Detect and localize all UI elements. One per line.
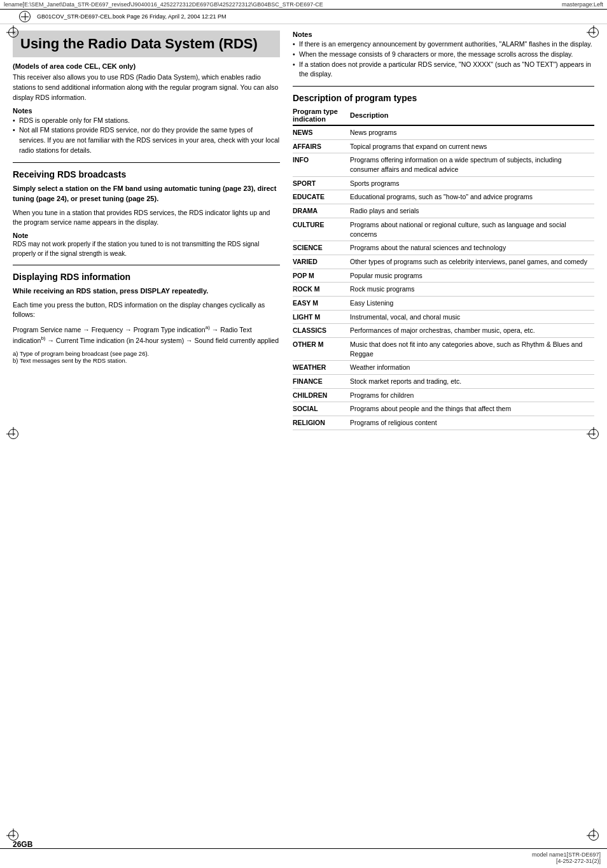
footnote-b: b) Text messages sent by the RDS station…	[13, 357, 280, 364]
table-row: LIGHT MInstrumental, vocal, and choral m…	[293, 310, 594, 324]
section2-paragraph: Each time you press the button, RDS info…	[13, 300, 280, 321]
table-row: NEWSNews programs	[293, 125, 594, 139]
table-row: WEATHERWeather information	[293, 361, 594, 375]
prog-type-cell: INFO	[293, 153, 350, 176]
col-description: Description	[350, 106, 594, 125]
prog-type-cell: ROCK M	[293, 283, 350, 297]
table-row: OTHER MMusic that does not fit into any …	[293, 338, 594, 361]
note1-item1: RDS is operable only for FM stations.	[13, 116, 280, 126]
prog-types-heading: Description of program types	[293, 93, 594, 103]
prog-desc-cell: Educational programs, such as "how-to" a…	[350, 190, 594, 204]
prog-type-cell: EDUCATE	[293, 190, 350, 204]
prog-desc-cell: Music that does not fit into any categor…	[350, 338, 594, 361]
prog-desc-cell: Programs about the natural sciences and …	[350, 241, 594, 255]
table-row: FINANCEStock market reports and trading,…	[293, 375, 594, 389]
prog-type-cell: SPORT	[293, 176, 350, 190]
footnote-a: a) Type of program being broadcast (see …	[13, 350, 280, 357]
section1-bold-intro: Simply select a station on the FM band u…	[13, 183, 280, 204]
table-row: SOCIALPrograms about people and the thin…	[293, 402, 594, 416]
main-content: Using the Radio Data System (RDS) (Model…	[0, 24, 607, 437]
note-single-1: Note RDS may not work properly if the st…	[13, 232, 280, 258]
prog-type-cell: POP M	[293, 269, 350, 283]
prog-desc-cell: Popular music programs	[350, 269, 594, 283]
right-notes-heading: Notes	[293, 31, 594, 38]
prog-type-cell: AFFAIRS	[293, 139, 350, 153]
prog-desc-cell: Weather information	[350, 361, 594, 375]
intro-paragraph: This receiver also allows you to use RDS…	[13, 73, 280, 102]
prog-type-cell: LIGHT M	[293, 310, 350, 324]
notes1-heading: Notes	[13, 107, 280, 115]
table-row: CULTUREPrograms about national or region…	[293, 218, 594, 241]
header-bar: lename[E:\SEM_Janet\Data_STR-DE697_revis…	[0, 0, 607, 10]
table-row: ROCK MRock music programs	[293, 283, 594, 297]
prog-desc-cell: Programs for children	[350, 388, 594, 402]
program-types-table: Program type indication Description NEWS…	[293, 106, 594, 430]
prog-desc-cell: Topical programs that expand on current …	[350, 139, 594, 153]
note-label-1: Note	[13, 232, 28, 239]
footer-right: model name1[STR-DE697] [4-252-272-31(2)]	[532, 851, 601, 864]
header-masterpage: masterpage:Left	[562, 1, 603, 8]
section2-flow: Program Service name → Frequency → Progr…	[13, 324, 280, 346]
sup-a: a)	[206, 325, 210, 330]
prog-desc-cell: Easy Listening	[350, 296, 594, 310]
prog-type-cell: RELIGION	[293, 416, 350, 430]
prog-type-cell: CHILDREN	[293, 388, 350, 402]
prog-type-cell: EASY M	[293, 296, 350, 310]
footnotes: a) Type of program being broadcast (see …	[13, 350, 280, 364]
prog-desc-cell: News programs	[350, 125, 594, 139]
prog-type-cell: FINANCE	[293, 375, 350, 389]
table-row: EASY MEasy Listening	[293, 296, 594, 310]
prog-type-cell: DRAMA	[293, 204, 350, 218]
table-row: SCIENCEPrograms about the natural scienc…	[293, 241, 594, 255]
table-row: CHILDRENPrograms for children	[293, 388, 594, 402]
prog-type-cell: SCIENCE	[293, 241, 350, 255]
prog-desc-cell: Performances of major orchestras, chambe…	[350, 324, 594, 338]
footer-model: model name1[STR-DE697]	[532, 851, 601, 858]
table-row: VARIEDOther types of programs such as ce…	[293, 255, 594, 269]
corner-crosshair-ml	[6, 427, 20, 441]
prog-desc-cell: Sports programs	[350, 176, 594, 190]
right-note-1: If there is an emergency announcement by…	[293, 39, 594, 50]
section2-bold-intro: While receiving an RDS station, press DI…	[13, 286, 280, 297]
area-code-subtitle: (Models of area code CEL, CEK only)	[13, 62, 280, 70]
header-filename: lename[E:\SEM_Janet\Data_STR-DE697_revis…	[4, 1, 323, 8]
divider-1	[13, 162, 280, 163]
prog-type-cell: OTHER M	[293, 338, 350, 361]
note1-item2: Not all FM stations provide RDS service,…	[13, 125, 280, 155]
corner-crosshair-mr	[587, 427, 601, 441]
footer-code: [4-252-272-31(2)]	[532, 858, 601, 864]
prog-desc-cell: Other types of programs such as celebrit…	[350, 255, 594, 269]
corner-crosshair-tl	[6, 25, 20, 39]
right-note-3: If a station does not provide a particul…	[293, 60, 594, 80]
prog-desc-cell: Radio plays and serials	[350, 204, 594, 218]
table-row: POP MPopular music programs	[293, 269, 594, 283]
section1-paragraph: When you tune in a station that provides…	[13, 208, 280, 228]
left-column: Using the Radio Data System (RDS) (Model…	[13, 31, 280, 430]
prog-desc-cell: Programs offering information on a wide …	[350, 153, 594, 176]
table-header-row: Program type indication Description	[293, 106, 594, 125]
table-row: CLASSICSPerformances of major orchestras…	[293, 324, 594, 338]
table-row: AFFAIRSTopical programs that expand on c…	[293, 139, 594, 153]
table-row: RELIGIONPrograms of religious content	[293, 416, 594, 430]
right-note-2: When the message consists of 9 character…	[293, 50, 594, 60]
prog-type-cell: CLASSICS	[293, 324, 350, 338]
note-text-1: RDS may not work properly if the station…	[13, 239, 280, 258]
table-row: INFOPrograms offering information on a w…	[293, 153, 594, 176]
main-title-box: Using the Radio Data System (RDS)	[13, 31, 280, 57]
divider-2	[13, 265, 280, 265]
right-column: Notes If there is an emergency announcem…	[293, 31, 594, 430]
corner-crosshair-br	[587, 829, 601, 843]
sub-header: GB01COV_STR-DE697-CEL.book Page 26 Frida…	[0, 10, 607, 24]
prog-type-cell: NEWS	[293, 125, 350, 139]
prog-desc-cell: Stock market reports and trading, etc.	[350, 375, 594, 389]
corner-crosshair-tr	[587, 25, 601, 39]
prog-desc-cell: Programs of religious content	[350, 416, 594, 430]
right-notes-section: Notes If there is an emergency announcem…	[293, 31, 594, 80]
right-notes-list: If there is an emergency announcement by…	[293, 39, 594, 80]
prog-type-cell: CULTURE	[293, 218, 350, 241]
footer-bar: model name1[STR-DE697] [4-252-272-31(2)]	[0, 848, 607, 868]
table-row: EDUCATEEducational programs, such as "ho…	[293, 190, 594, 204]
crosshair-subheader	[19, 11, 31, 22]
prog-type-cell: VARIED	[293, 255, 350, 269]
prog-desc-cell: Programs about national or regional cult…	[350, 218, 594, 241]
